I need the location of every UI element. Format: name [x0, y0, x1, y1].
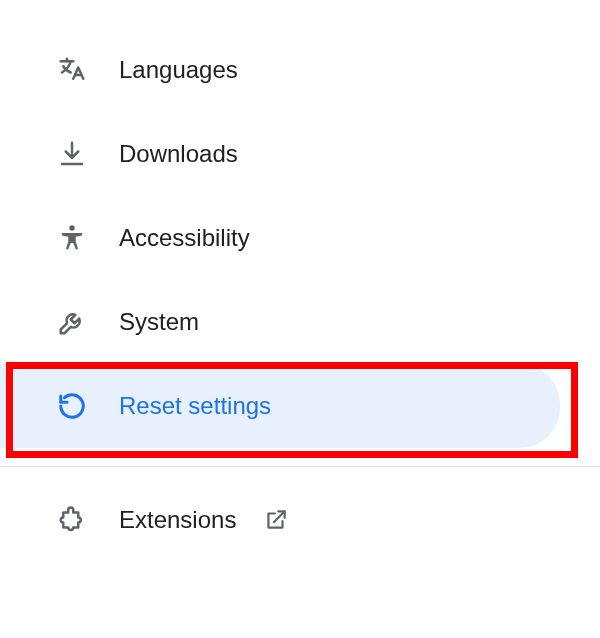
open-in-new-icon — [262, 506, 290, 534]
sidebar-item-extensions[interactable]: Extensions — [0, 485, 600, 555]
extension-icon — [55, 503, 89, 537]
translate-icon — [55, 53, 89, 87]
sidebar-item-languages[interactable]: Languages — [0, 28, 600, 112]
sidebar-item-label: Accessibility — [119, 224, 250, 252]
sidebar-item-label: Languages — [119, 56, 238, 84]
sidebar-item-accessibility[interactable]: Accessibility — [0, 196, 600, 280]
sidebar-item-reset-settings[interactable]: Reset settings — [0, 364, 560, 448]
reset-icon — [55, 389, 89, 423]
settings-sidebar: Languages Downloads Accessibility System — [0, 0, 600, 555]
wrench-icon — [55, 305, 89, 339]
sidebar-item-label: Reset settings — [119, 392, 271, 420]
sidebar-item-label: System — [119, 308, 199, 336]
download-icon — [55, 137, 89, 171]
sidebar-item-system[interactable]: System — [0, 280, 600, 364]
sidebar-item-downloads[interactable]: Downloads — [0, 112, 600, 196]
sidebar-item-label: Downloads — [119, 140, 238, 168]
divider — [0, 466, 600, 467]
accessibility-icon — [55, 221, 89, 255]
sidebar-item-label: Extensions — [119, 506, 236, 534]
svg-point-0 — [69, 225, 75, 231]
